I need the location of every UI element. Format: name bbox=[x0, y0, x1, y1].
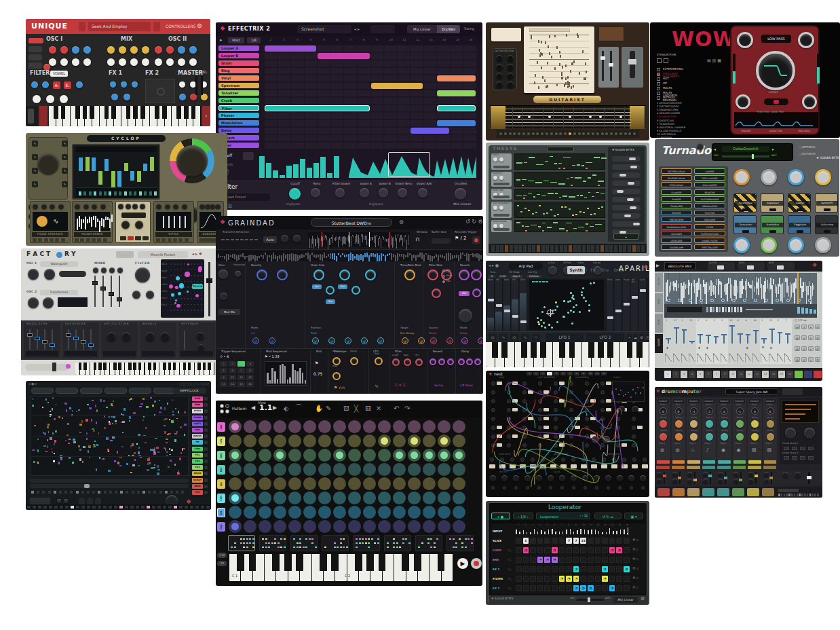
slice-line[interactable] bbox=[733, 273, 734, 300]
grid-cell[interactable] bbox=[384, 113, 397, 119]
piano-step[interactable] bbox=[619, 245, 622, 252]
mini-step[interactable] bbox=[788, 494, 790, 496]
mini-keys[interactable] bbox=[722, 307, 724, 312]
mod-matrix[interactable]: Osc 1Seq 2Seq 1LFO 2LFO 1Env 2Env 1Tutor… bbox=[161, 259, 204, 318]
fx-cell[interactable] bbox=[516, 576, 522, 582]
slider-handle[interactable] bbox=[504, 310, 510, 312]
grid-cell[interactable] bbox=[384, 90, 397, 96]
jack[interactable] bbox=[632, 434, 636, 439]
fx-cell[interactable] bbox=[573, 557, 579, 563]
step-circle[interactable] bbox=[288, 449, 301, 462]
jack[interactable] bbox=[554, 408, 558, 412]
fx-cell[interactable] bbox=[580, 566, 586, 572]
pitch-stem[interactable] bbox=[763, 338, 765, 344]
step-circle[interactable] bbox=[273, 520, 286, 533]
fx-cell[interactable] bbox=[595, 585, 601, 591]
step-button[interactable]: 1 bbox=[664, 371, 671, 378]
jack[interactable] bbox=[632, 443, 636, 447]
slice-marker[interactable] bbox=[786, 299, 790, 302]
step-button[interactable]: 2 bbox=[672, 371, 679, 378]
slice-marker[interactable] bbox=[667, 299, 670, 302]
step-button[interactable]: 15 bbox=[778, 371, 785, 378]
slice-cell[interactable] bbox=[559, 538, 565, 544]
module-switch[interactable] bbox=[497, 443, 502, 447]
fx-cell[interactable] bbox=[595, 576, 601, 582]
step-circle[interactable] bbox=[363, 477, 376, 490]
step-circle[interactable] bbox=[453, 420, 465, 433]
grid-cell[interactable] bbox=[331, 45, 344, 52]
param-row[interactable]: SHIFT bbox=[192, 422, 208, 427]
grid-cell[interactable] bbox=[398, 60, 411, 67]
fx-select-button[interactable]: STUTTER bbox=[694, 210, 725, 215]
output-knob[interactable] bbox=[536, 475, 542, 481]
grid-cell[interactable] bbox=[424, 53, 437, 59]
master-fader-handle[interactable] bbox=[628, 59, 636, 64]
grid-cell[interactable] bbox=[371, 45, 384, 52]
piano-step[interactable] bbox=[605, 245, 609, 252]
jack[interactable] bbox=[585, 399, 589, 403]
slice-cell[interactable] bbox=[624, 538, 630, 544]
black-key[interactable] bbox=[111, 106, 116, 119]
side-tab-bass[interactable]: BASS bbox=[655, 293, 663, 312]
pan-knob[interactable] bbox=[703, 472, 708, 477]
fx-cell[interactable]: ◔ bbox=[609, 585, 615, 591]
jack[interactable] bbox=[554, 426, 558, 430]
filter-knob[interactable] bbox=[418, 188, 427, 198]
fader-handle[interactable] bbox=[693, 479, 697, 481]
mod-wheel[interactable] bbox=[39, 106, 47, 126]
knob[interactable] bbox=[135, 221, 143, 229]
grid-cell[interactable] bbox=[371, 75, 384, 81]
step-button[interactable]: 9 bbox=[729, 371, 736, 378]
mixer-knob[interactable] bbox=[93, 267, 98, 273]
osc-knob[interactable] bbox=[119, 46, 126, 54]
strip-cell[interactable] bbox=[206, 506, 210, 508]
module-knob[interactable] bbox=[156, 204, 161, 209]
grid-cell[interactable] bbox=[411, 105, 423, 111]
set-slider[interactable] bbox=[184, 331, 185, 350]
grid-cell[interactable] bbox=[278, 98, 291, 104]
black-key[interactable] bbox=[94, 363, 97, 370]
lfo1-button[interactable]: LFO 1 bbox=[546, 333, 584, 341]
grid-cell[interactable] bbox=[278, 68, 291, 74]
dice-icon[interactable]: ⚅ bbox=[365, 405, 371, 412]
output-knob[interactable] bbox=[490, 475, 496, 481]
jack[interactable] bbox=[632, 426, 636, 430]
grid-cell[interactable] bbox=[278, 143, 291, 149]
jack[interactable] bbox=[600, 417, 605, 421]
slice-line[interactable] bbox=[777, 273, 778, 300]
module-knob[interactable] bbox=[210, 204, 215, 209]
param-row[interactable]: FX1 bbox=[192, 453, 208, 458]
jack[interactable] bbox=[632, 417, 636, 421]
decay-knob[interactable] bbox=[736, 420, 744, 428]
osc-knob[interactable] bbox=[142, 58, 149, 66]
pitch-stem[interactable] bbox=[747, 334, 748, 344]
grid-cell[interactable] bbox=[344, 128, 357, 134]
led[interactable] bbox=[509, 132, 512, 135]
step-led[interactable] bbox=[92, 491, 95, 494]
edit-button[interactable]: ✕ bbox=[808, 325, 814, 329]
mod-slider[interactable] bbox=[88, 344, 94, 347]
black-key[interactable] bbox=[138, 363, 142, 370]
preset-display[interactable]: ABSOLUTE RMX bbox=[664, 262, 695, 270]
category-checkbox[interactable] bbox=[657, 87, 660, 90]
pattern-block[interactable] bbox=[411, 128, 449, 134]
slice-cell[interactable] bbox=[544, 538, 550, 544]
grid-cell[interactable] bbox=[451, 143, 463, 149]
pattern-block[interactable] bbox=[437, 105, 476, 111]
black-key[interactable] bbox=[183, 363, 187, 370]
step-circle[interactable] bbox=[348, 449, 361, 462]
send-knob[interactable] bbox=[764, 479, 769, 483]
switch-button[interactable] bbox=[135, 236, 141, 240]
preset-display[interactable]: DallasDownhill bbox=[722, 146, 769, 152]
pitch-stem[interactable] bbox=[676, 327, 677, 344]
step-button[interactable]: 1 bbox=[527, 372, 532, 375]
slice-line[interactable] bbox=[668, 273, 669, 300]
jack[interactable] bbox=[538, 390, 542, 394]
page-controls[interactable]: ◰ 1/2 ◂ ▸ bbox=[795, 319, 807, 322]
record-button[interactable] bbox=[472, 236, 480, 244]
black-key[interactable] bbox=[296, 554, 303, 571]
piano-step[interactable] bbox=[591, 245, 594, 252]
piano-step[interactable] bbox=[528, 245, 531, 252]
grid-cell[interactable] bbox=[331, 143, 344, 149]
jack[interactable] bbox=[569, 426, 573, 430]
